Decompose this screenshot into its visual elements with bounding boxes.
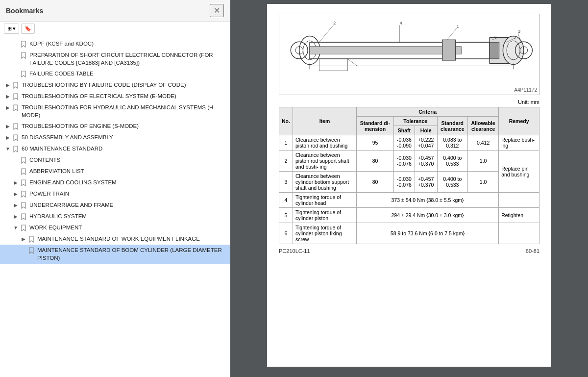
bookmark-flag-icon-kdpf — [20, 40, 27, 48]
svg-text:2: 2 — [333, 21, 336, 25]
cell-remedy-5: Retighten — [499, 208, 539, 223]
bookmark-item-boom-cyl[interactable]: MAINTENANCE STANDARD OF BOOM CYLINDER (L… — [0, 245, 230, 263]
bookmark-text-trouble-elec: TROUBLESHOOTING OF ELECTRICAL SYSTEM (E-… — [22, 92, 226, 100]
bookmark-text-power: POWER TRAIN — [29, 190, 226, 198]
bookmark-item-abbrev[interactable]: ABBREVIATION LIST — [0, 166, 230, 177]
cell-standard_clearance-3: 0.400 to 0.533 — [437, 172, 468, 193]
bookmark-text-hydraulic: HYDRAULIC SYSTEM — [29, 212, 226, 220]
col-shaft: Shaft — [394, 126, 415, 135]
bookmark-text-engine: ENGINE AND COOLING SYSTEM — [29, 178, 226, 186]
bookmark-text-trouble-failure: TROUBLESHOOTING BY FAILURE CODE (DISPLAY… — [22, 81, 226, 89]
bookmarks-list: KDPF (KCSF and KDOC)PREPARATION OF SHORT… — [0, 36, 230, 377]
expand-icon-engine[interactable]: ▶ — [12, 179, 20, 187]
table-row-2: 2Clearance between piston rod support sh… — [279, 151, 539, 172]
bookmark-item-undercarriage[interactable]: ▶UNDERCARRIAGE AND FRAME — [0, 200, 230, 211]
cell-value-4: 373 ± 54.0 Nm {38.0 ± 5.5 kgm} — [357, 193, 499, 208]
bookmark-item-disassembly[interactable]: ▶50 DISASSEMBLY AND ASSEMBLY — [0, 132, 230, 143]
document-panel: 1 3 4 2 5 6 A4P11172 Unit: mm — [230, 0, 588, 377]
bookmark-flag-icon-failure-codes — [20, 70, 27, 78]
bookmark-item-trouble-elec[interactable]: ▶TROUBLESHOOTING OF ELECTRICAL SYSTEM (E… — [0, 91, 230, 102]
bookmark-item-linkage[interactable]: ▶MAINTENANCE STANDARD OF WORK EQUIPMENT … — [0, 233, 230, 245]
cell-item-2: Clearance between piston rod support sha… — [293, 151, 357, 172]
expand-icon-linkage[interactable]: ▶ — [20, 235, 27, 243]
bookmark-item-contents[interactable]: CONTENTS — [0, 154, 230, 166]
bookmark-flag-icon-hydraulic — [20, 213, 27, 221]
footer-right: 60-81 — [526, 248, 539, 254]
cell-remedy-2: Replace pin and bushing — [499, 151, 539, 193]
svg-rect-8 — [490, 42, 499, 59]
cell-item-4: Tightening torque of cylinder head — [293, 193, 357, 208]
expand-icon-failure-codes — [12, 70, 20, 78]
expand-icon-trouble-eng[interactable]: ▶ — [4, 123, 12, 130]
expand-icon-trouble-failure[interactable]: ▶ — [4, 81, 12, 89]
bookmark-item-engine[interactable]: ▶ENGINE AND COOLING SYSTEM — [0, 177, 230, 188]
unit-label: Unit: mm — [279, 99, 539, 105]
bookmark-item-hydraulic[interactable]: ▶HYDRAULIC SYSTEM — [0, 211, 230, 222]
bookmark-item-kdpf[interactable]: KDPF (KCSF and KDOC) — [0, 38, 230, 50]
bookmark-flag-icon-work-equip — [20, 224, 27, 232]
svg-line-30 — [347, 59, 357, 66]
cell-hole-1: +0.222 +0.047 — [415, 135, 437, 151]
bookmark-item-trouble-eng[interactable]: ▶TROUBLESHOOTING OF ENGINE (S-MODE) — [0, 121, 230, 132]
expand-icon-kdpf — [12, 40, 20, 48]
col-criteria: Criteria — [357, 107, 499, 117]
bookmark-text-failure-codes: FAILURE CODES TABLE — [29, 70, 226, 77]
bookmark-flag-icon-contents — [20, 156, 27, 164]
expand-icon-maintenance[interactable]: ▼ — [4, 145, 12, 153]
footer: PC210LC-11 60-81 — [279, 248, 539, 254]
cell-shaft-2: -0.030 -0.076 — [394, 151, 415, 172]
diagram-label: A4P11172 — [281, 87, 537, 93]
table-row-6: 6Tightening torque of cylinder piston fi… — [279, 223, 539, 244]
grid-icon: ⊞ — [7, 25, 12, 32]
table-row-5: 5Tightening torque of cylinder piston294… — [279, 208, 539, 223]
bookmark-item-failure-codes[interactable]: FAILURE CODES TABLE — [0, 68, 230, 79]
svg-text:1: 1 — [457, 24, 459, 29]
table-row-4: 4Tightening torque of cylinder head373 ±… — [279, 193, 539, 208]
svg-line-22 — [447, 28, 456, 40]
cell-std_dimension-3: 80 — [357, 172, 394, 193]
expand-icon-trouble-elec[interactable]: ▶ — [4, 93, 12, 101]
cell-remedy-6 — [499, 223, 539, 244]
expand-icon-power[interactable]: ▶ — [12, 190, 20, 198]
bookmark-view-button[interactable]: 🔖 — [21, 24, 35, 34]
svg-rect-6 — [310, 47, 461, 54]
bookmark-text-boom-cyl: MAINTENANCE STANDARD OF BOOM CYLINDER (L… — [37, 246, 226, 262]
svg-text:4: 4 — [400, 21, 402, 25]
cell-allowable_clearance-1: 0.412 — [468, 135, 499, 151]
expand-icon-disassembly[interactable]: ▶ — [4, 134, 12, 142]
bookmark-item-maintenance[interactable]: ▼60 MAINTENANCE STANDARD — [0, 143, 230, 154]
expand-icon-work-equip[interactable]: ▼ — [12, 224, 20, 232]
bookmark-item-work-equip[interactable]: ▼WORK EQUIPMENT — [0, 222, 230, 233]
bookmark-text-contents: CONTENTS — [29, 156, 226, 164]
cell-remedy-1: Replace bush- ing — [499, 135, 539, 151]
svg-point-4 — [503, 36, 524, 65]
cell-value-6: 58.9 to 73.6 Nm {6.0 to 7.5 kgm} — [357, 223, 499, 244]
cell-no-1: 1 — [279, 135, 293, 151]
cell-hole-2: +0.457 +0.370 — [415, 151, 437, 172]
cell-no-3: 3 — [279, 172, 293, 193]
cell-no-6: 6 — [279, 223, 293, 244]
col-std-clearance: Standardclearance — [437, 117, 468, 135]
expand-all-button[interactable]: ⊞ ▾ — [4, 24, 19, 34]
bookmark-icon: 🔖 — [24, 25, 31, 32]
svg-text:5: 5 — [514, 35, 516, 40]
expand-icon-hydraulic[interactable]: ▶ — [12, 213, 20, 221]
bookmark-item-prep[interactable]: PREPARATION OF SHORT CIRCUIT ELECTRICAL … — [0, 50, 230, 68]
bookmark-item-trouble-hyd[interactable]: ▶TROUBLESHOOTING FOR HYDRAULIC AND MECHA… — [0, 102, 230, 121]
bookmark-item-trouble-failure[interactable]: ▶TROUBLESHOOTING BY FAILURE CODE (DISPLA… — [0, 79, 230, 91]
expand-icon-undercarriage[interactable]: ▶ — [12, 201, 20, 209]
bookmark-item-power[interactable]: ▶POWER TRAIN — [0, 188, 230, 200]
cell-no-2: 2 — [279, 151, 293, 172]
cell-item-6: Tightening torque of cylinder piston fix… — [293, 223, 357, 244]
expand-icon-trouble-hyd[interactable]: ▶ — [4, 104, 12, 112]
cell-std_dimension-1: 95 — [357, 135, 394, 151]
bookmark-flag-icon-trouble-hyd — [12, 104, 20, 112]
bookmark-flag-icon-trouble-elec — [12, 93, 20, 101]
bookmark-flag-icon-engine — [20, 179, 27, 187]
cell-std_dimension-2: 80 — [357, 151, 394, 172]
diagram-container: 1 3 4 2 5 6 A4P11172 — [279, 14, 539, 95]
bookmarks-panel: Bookmarks ✕ ⊞ ▾ 🔖 KDPF (KCSF and KDOC)PR… — [0, 0, 230, 377]
cell-value-5: 294 ± 29.4 Nm {30.0 ± 3.0 kgm} — [357, 208, 499, 223]
close-button[interactable]: ✕ — [210, 4, 224, 17]
cell-allowable_clearance-2: 1.0 — [468, 151, 499, 172]
